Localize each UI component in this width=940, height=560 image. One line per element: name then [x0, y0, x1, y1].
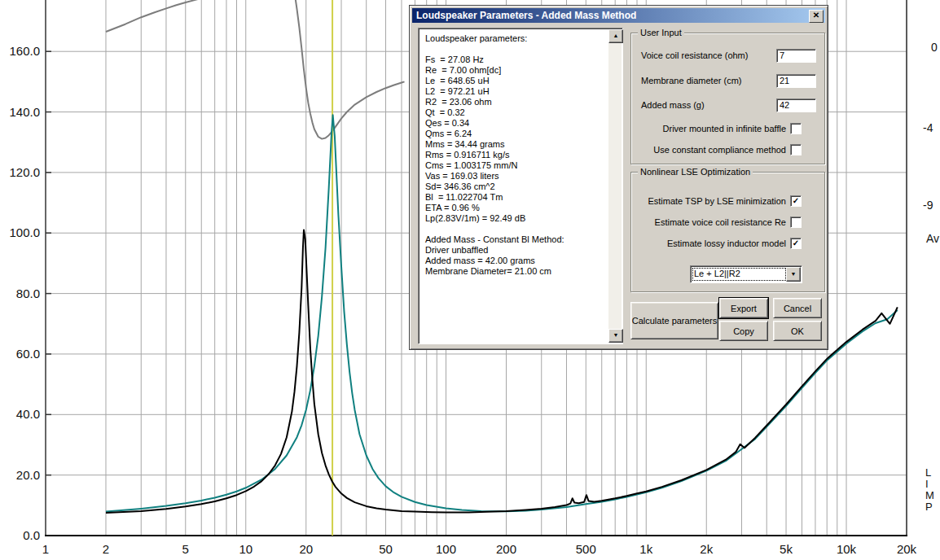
limp-watermark-letter: P: [925, 501, 933, 513]
x-tick-label: 20: [299, 542, 313, 556]
y-tick-label: 40.0: [16, 407, 40, 421]
limp-watermark-letter: I: [925, 478, 929, 490]
y-tick-label: 160.0: [9, 44, 40, 58]
right-axis-partial-label: -4: [923, 121, 933, 134]
limp-watermark-letter: L: [925, 466, 931, 479]
constant-compliance-row: Use constant compliance method: [631, 144, 802, 155]
y-tick-label: 80.0: [16, 287, 40, 300]
x-tick-label: 20k: [897, 542, 917, 556]
x-tick-label: 200: [496, 542, 516, 556]
limp-main-window: 0.020.040.060.080.0100.0120.0140.0160.01…: [0, 0, 940, 560]
estimate-inductor-row: Estimate lossy inductor model ✓: [631, 238, 802, 249]
x-tick-label: 5k: [780, 542, 793, 556]
membrane-diameter-row: Membrane diameter (cm): [641, 73, 816, 88]
panel-scrollbar[interactable]: ▲ ▼: [608, 29, 622, 343]
close-icon: ✕: [813, 11, 819, 20]
x-tick-label: 50: [379, 542, 393, 556]
scroll-down-button[interactable]: ▼: [608, 329, 623, 343]
infinite-baffle-row: Driver mounted in infinite baffle: [631, 123, 802, 134]
inductor-model-value: Le + L2||R2: [692, 268, 786, 281]
close-button[interactable]: ✕: [809, 10, 824, 23]
constant-compliance-checkbox[interactable]: [790, 144, 802, 155]
copy-button[interactable]: Copy: [719, 321, 768, 341]
chevron-down-icon[interactable]: ▼: [786, 267, 801, 282]
constant-compliance-label: Use constant compliance method: [653, 145, 786, 155]
right-axis-partial-label: Av: [926, 232, 939, 245]
estimate-tsp-checkbox[interactable]: ✓: [790, 195, 802, 207]
added-mass-input[interactable]: [776, 98, 816, 112]
x-tick-label: 10: [239, 542, 253, 556]
calculate-parameters-button[interactable]: Calculate parameters: [630, 302, 718, 339]
x-tick-label: 2k: [700, 542, 713, 556]
x-tick-label: 5: [182, 542, 189, 556]
x-tick-label: 100: [436, 542, 456, 556]
estimate-tsp-label: Estimate TSP by LSE minimization: [648, 196, 786, 206]
export-button[interactable]: Export: [719, 298, 768, 318]
lse-group-label: Nonlinear LSE Optimization: [638, 167, 753, 177]
dialog-titlebar[interactable]: Loudspeaker Parameters - Added Mass Meth…: [412, 8, 825, 23]
y-tick-label: 0.0: [23, 528, 40, 542]
y-tick-label: 120.0: [9, 165, 40, 179]
estimate-re-row: Estimate voice coil resistance Re: [631, 217, 802, 228]
user-input-group-label: User Input: [638, 28, 684, 37]
added-mass-label: Added mass (g): [641, 100, 705, 110]
x-tick-label: 10k: [837, 542, 857, 556]
x-tick-label: 500: [576, 542, 596, 556]
scroll-down-icon: ▼: [613, 332, 619, 338]
estimate-tsp-row: Estimate TSP by LSE minimization ✓: [631, 195, 802, 207]
ok-button[interactable]: OK: [773, 321, 822, 341]
infinite-baffle-label: Driver mounted in infinite baffle: [663, 124, 786, 133]
x-tick-label: 1k: [639, 542, 652, 556]
parameters-text-panel: Loudspeaker parameters: Fs = 27.08 Hz Re…: [418, 28, 623, 344]
right-axis-partial-label: -9: [923, 199, 933, 212]
user-input-group: User Input Voice coil resistance (ohm) M…: [630, 33, 825, 164]
estimate-inductor-label: Estimate lossy inductor model: [667, 238, 786, 248]
loudspeaker-parameters-dialog: Loudspeaker Parameters - Added Mass Meth…: [409, 5, 828, 350]
inductor-model-dropdown[interactable]: Le + L2||R2 ▼: [690, 265, 802, 283]
voice-coil-resistance-row: Voice coil resistance (ohm): [641, 48, 816, 63]
x-tick-label: 2: [103, 542, 109, 556]
voice-coil-resistance-input[interactable]: [776, 49, 816, 63]
estimate-re-label: Estimate voice coil resistance Re: [655, 217, 786, 227]
x-tick-label: 1: [42, 542, 49, 556]
y-tick-label: 60.0: [16, 347, 40, 361]
estimate-re-checkbox[interactable]: [790, 217, 802, 228]
dialog-title: Loudspeaker Parameters - Added Mass Meth…: [416, 10, 636, 21]
limp-watermark-letter: M: [925, 489, 934, 501]
curve-phase: [295, 0, 404, 139]
membrane-diameter-input[interactable]: [776, 74, 816, 88]
scroll-up-icon: ▲: [613, 33, 619, 38]
added-mass-row: Added mass (g): [641, 98, 816, 112]
right-axis-partial-label: 0: [931, 41, 938, 54]
membrane-diameter-label: Membrane diameter (cm): [641, 76, 741, 85]
infinite-baffle-checkbox[interactable]: [790, 123, 802, 134]
y-tick-label: 20.0: [16, 468, 40, 482]
scroll-up-button[interactable]: ▲: [608, 29, 623, 43]
y-tick-label: 100.0: [9, 225, 40, 239]
cancel-button[interactable]: Cancel: [773, 298, 822, 318]
y-tick-label: 140.0: [9, 105, 40, 119]
curve-phase: [106, 0, 209, 32]
lse-optimization-group: Nonlinear LSE Optimization Estimate TSP …: [630, 172, 825, 292]
parameters-text: Loudspeaker parameters: Fs = 27.08 Hz Re…: [419, 28, 622, 277]
estimate-inductor-checkbox[interactable]: ✓: [790, 238, 802, 249]
voice-coil-resistance-label: Voice coil resistance (ohm): [641, 50, 748, 60]
